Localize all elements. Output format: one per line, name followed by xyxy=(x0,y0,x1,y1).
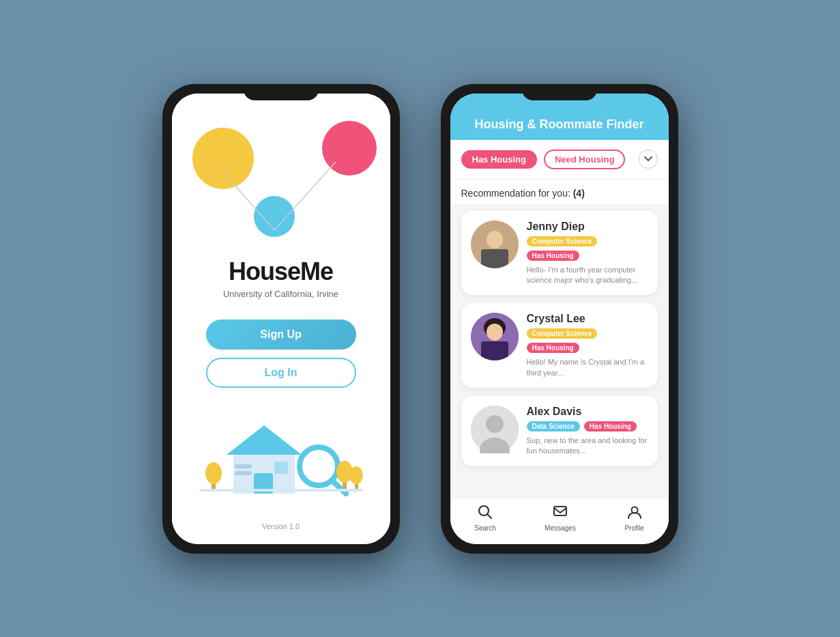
crystal-info: Crystal Lee Computer Science Has Housing… xyxy=(527,313,648,378)
house-illustration xyxy=(199,415,363,497)
svg-marker-3 xyxy=(227,425,302,455)
jenny-info: Jenny Diep Computer Science Has Housing … xyxy=(527,221,648,286)
svg-point-27 xyxy=(487,324,503,340)
search-icon xyxy=(478,505,493,523)
right-screen: Housing & Roommate Finder Has Housing Ne… xyxy=(450,94,669,544)
crystal-avatar xyxy=(471,313,519,360)
svg-point-29 xyxy=(486,415,504,433)
recommendation-count: (4) xyxy=(573,188,585,199)
jenny-bio: Hello- I'm a fourth year computer scienc… xyxy=(527,265,648,286)
svg-point-19 xyxy=(487,231,503,249)
signup-button[interactable]: Sign Up xyxy=(206,320,356,350)
crystal-tag-cs: Computer Science xyxy=(527,328,598,339)
svg-rect-33 xyxy=(554,507,566,515)
decorative-circles xyxy=(172,107,390,244)
crystal-tag-housing: Has Housing xyxy=(527,343,579,353)
svg-point-9 xyxy=(306,454,331,479)
alex-tags: Data Science Has Housing xyxy=(527,421,648,431)
svg-point-16 xyxy=(349,466,363,484)
header-title: Housing & Roommate Finder xyxy=(474,117,643,132)
jenny-name: Jenny Diep xyxy=(527,221,648,233)
yellow-circle xyxy=(192,128,254,189)
recommendation-label: Recommendation for you: xyxy=(461,188,570,199)
house-svg xyxy=(199,415,363,497)
app-subtitle: University of California, Irvine xyxy=(223,289,338,299)
pink-circle xyxy=(322,121,377,175)
svg-rect-17 xyxy=(199,489,363,492)
crystal-name: Crystal Lee xyxy=(527,313,648,325)
jenny-tags: Computer Science Has Housing xyxy=(527,236,648,261)
filter-row: Has Housing Need Housing xyxy=(450,140,669,180)
nav-messages-label: Messages xyxy=(545,524,576,532)
phone-notch-right xyxy=(522,84,597,100)
nav-profile-label: Profile xyxy=(624,524,643,532)
alex-avatar-svg xyxy=(471,406,519,453)
profile-svg-icon xyxy=(627,505,642,520)
nav-profile[interactable]: Profile xyxy=(624,505,643,532)
alex-name: Alex Davis xyxy=(527,406,648,418)
profile-icon xyxy=(627,505,642,523)
dropdown-button[interactable] xyxy=(639,150,658,169)
jenny-tag-housing: Has Housing xyxy=(527,251,579,261)
crystal-bio: Hello! My name is Crystal and I'm a thir… xyxy=(527,357,648,378)
blue-circle xyxy=(254,196,295,237)
svg-rect-5 xyxy=(274,462,288,474)
svg-rect-21 xyxy=(481,249,508,268)
version-text: Version 1.0 xyxy=(262,522,300,530)
messages-icon xyxy=(553,505,568,523)
jenny-tag-cs: Computer Science xyxy=(527,236,598,246)
alex-tag-housing: Has Housing xyxy=(584,421,637,431)
need-housing-tab[interactable]: Need Housing xyxy=(544,150,625,169)
recommendation-header: Recommendation for you: (4) xyxy=(450,180,669,204)
left-phone: HouseMe University of California, Irvine… xyxy=(162,84,400,554)
chevron-down-icon xyxy=(644,156,652,162)
alex-info: Alex Davis Data Science Has Housing Sup,… xyxy=(527,406,648,457)
connecting-lines xyxy=(172,121,390,271)
alex-bio: Sup, new to the area and looking for fun… xyxy=(527,436,648,457)
crystal-avatar-svg xyxy=(471,313,519,360)
user-card-jenny[interactable]: Jenny Diep Computer Science Has Housing … xyxy=(461,211,658,296)
svg-point-12 xyxy=(205,462,222,484)
cards-area: Jenny Diep Computer Science Has Housing … xyxy=(450,204,669,498)
jenny-avatar xyxy=(471,221,519,268)
has-housing-tab[interactable]: Has Housing xyxy=(461,150,537,169)
svg-rect-7 xyxy=(235,471,252,475)
crystal-tags: Computer Science Has Housing xyxy=(527,328,648,353)
bottom-nav: Search Messages xyxy=(450,498,669,544)
login-button[interactable]: Log In xyxy=(206,358,356,388)
phone-notch xyxy=(244,84,319,100)
search-svg-icon xyxy=(478,505,493,520)
user-card-crystal[interactable]: Crystal Lee Computer Science Has Housing… xyxy=(461,303,658,388)
nav-messages[interactable]: Messages xyxy=(545,505,576,532)
svg-rect-6 xyxy=(235,464,252,468)
left-screen: HouseMe University of California, Irvine… xyxy=(172,94,390,544)
svg-line-32 xyxy=(488,515,492,519)
user-card-alex[interactable]: Alex Davis Data Science Has Housing Sup,… xyxy=(461,396,658,466)
jenny-avatar-svg xyxy=(471,221,519,268)
svg-rect-25 xyxy=(481,341,508,360)
app-header: Housing & Roommate Finder xyxy=(450,94,669,140)
svg-line-1 xyxy=(274,162,336,230)
branding-area: HouseMe University of California, Irvine xyxy=(223,257,338,299)
messages-svg-icon xyxy=(553,505,568,520)
nav-search-label: Search xyxy=(474,524,496,532)
app-title: HouseMe xyxy=(223,257,338,286)
nav-search[interactable]: Search xyxy=(474,505,496,532)
alex-avatar xyxy=(471,406,519,453)
alex-tag-data: Data Science xyxy=(527,421,580,431)
right-phone: Housing & Roommate Finder Has Housing Ne… xyxy=(441,84,678,554)
svg-line-0 xyxy=(223,172,274,230)
